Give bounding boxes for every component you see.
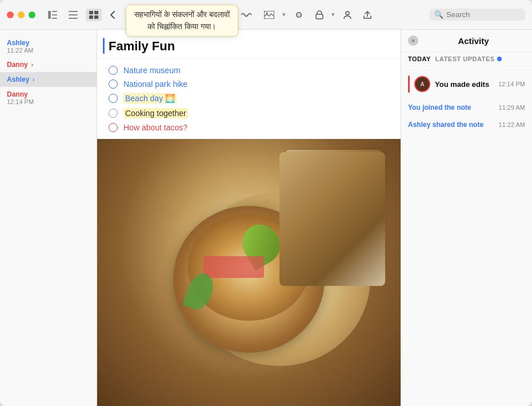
maximize-button[interactable] — [29, 11, 35, 18]
activity-sub-author-0: You — [408, 104, 421, 112]
wave-icon — [241, 11, 253, 19]
svg-rect-4 — [69, 11, 78, 12]
activity-red-bar — [408, 75, 410, 93]
checklist-text-4: How about tacos? — [123, 123, 187, 132]
checklist-item-3: Cooking together — [109, 108, 389, 118]
checklist: Nature museum National park hike Beach d… — [97, 59, 401, 139]
latest-updates-dot — [497, 57, 502, 61]
svg-rect-6 — [69, 18, 78, 19]
tab-latest-updates[interactable]: LATEST UPDATES — [435, 55, 502, 62]
list-view-button[interactable] — [65, 9, 81, 21]
activity-entry-main: A You made edits 12:14 PM — [408, 72, 525, 96]
sidebar-item-time-0: 11:22 AM — [7, 47, 90, 54]
svg-rect-8 — [94, 11, 98, 14]
back-icon — [110, 10, 115, 19]
checkbox-1[interactable] — [109, 79, 118, 89]
main-content: Ashley 11:22 AM Danny › Ashley › Danny 1… — [0, 30, 532, 406]
image-button[interactable] — [261, 9, 278, 21]
checklist-text-3: Cooking together — [123, 108, 188, 118]
checkbox-4[interactable] — [109, 123, 118, 132]
sidebar-item-3[interactable]: Danny 12:14 PM — [0, 87, 97, 109]
activity-tabs: TODAY LATEST UPDATES — [401, 52, 532, 66]
sidebar-item-1[interactable]: Danny › — [0, 57, 97, 72]
checkbox-2[interactable] — [109, 94, 118, 103]
activity-sub-text-1: Ashley shared the note — [408, 121, 483, 129]
search-icon: 🔍 — [434, 10, 443, 19]
food-photo — [97, 139, 401, 406]
note-title: Family Fun — [109, 39, 175, 53]
activity-sub-time-0: 11:29 AM — [499, 104, 525, 111]
link-button[interactable] — [290, 9, 307, 21]
activity-title: Activity — [422, 36, 525, 46]
activity-sub-text-0: You joined the note — [408, 104, 471, 112]
checklist-text-1: National park hike — [123, 79, 187, 89]
share-button[interactable] — [360, 8, 375, 22]
svg-rect-3 — [52, 18, 57, 19]
activity-close-button[interactable]: × — [408, 35, 418, 46]
checklist-text-2: Beach day 🌅 — [123, 93, 177, 104]
activity-sub-entry-0: You joined the note 11:29 AM — [408, 102, 525, 113]
sidebar-item-author-2: Ashley › — [7, 75, 90, 83]
checklist-item-1: National park hike — [109, 79, 389, 89]
titlebar: Aa — [0, 0, 532, 30]
back-button[interactable] — [106, 8, 119, 22]
checklist-item-4: How about tacos? — [109, 123, 389, 132]
note-body: Nature museum National park hike Beach d… — [97, 59, 401, 406]
note-editor: Family Fun Nature museum National park h… — [97, 30, 401, 406]
sidebar-item-2[interactable]: Ashley › — [0, 72, 97, 87]
wave-button[interactable] — [238, 9, 256, 21]
svg-rect-2 — [52, 14, 57, 15]
chevron-icon-1: › — [31, 62, 33, 68]
lock-dropdown-indicator: ▾ — [331, 11, 335, 18]
tab-latest-label: LATEST UPDATES — [435, 55, 495, 62]
annotation-text: सहभागियों के संकलनों और बदलावों को चिह्न… — [134, 10, 230, 31]
svg-rect-1 — [52, 11, 57, 12]
grid-icon — [89, 11, 98, 19]
sidebar-item-time-3: 12:14 PM — [7, 98, 90, 105]
close-icon: × — [411, 37, 415, 44]
lock-button[interactable] — [312, 8, 327, 22]
sidebar-item-0[interactable]: Ashley 11:22 AM — [0, 35, 97, 57]
activity-entry-label: You made edits — [435, 80, 489, 89]
chevron-icon-2: › — [33, 77, 34, 83]
activity-sub-action-0: joined the note — [422, 104, 471, 112]
close-button[interactable] — [7, 11, 14, 18]
search-input[interactable] — [446, 10, 521, 19]
activity-entry-text: You made edits — [435, 79, 494, 89]
tab-today[interactable]: TODAY — [408, 55, 431, 62]
activity-entry-time-0: 12:14 PM — [498, 81, 525, 87]
svg-rect-29 — [316, 14, 323, 19]
svg-rect-0 — [48, 11, 51, 19]
food-image-area — [97, 139, 401, 406]
svg-rect-5 — [69, 14, 78, 15]
lock-icon — [315, 10, 323, 19]
search-box: 🔍 — [430, 9, 525, 21]
activity-avatar: A — [414, 76, 430, 92]
activity-sub-action-1: shared the note — [433, 121, 483, 129]
share-icon — [363, 10, 371, 19]
checkbox-0[interactable] — [109, 66, 118, 75]
sidebar: Ashley 11:22 AM Danny › Ashley › Danny 1… — [0, 30, 97, 406]
link-icon — [294, 11, 304, 19]
activity-panel: × Activity TODAY LATEST UPDATES A You ma… — [401, 30, 532, 406]
checklist-item-2: Beach day 🌅 — [109, 93, 389, 104]
image-dropdown-indicator: ▾ — [282, 11, 286, 18]
checklist-text-0: Nature museum — [123, 66, 181, 75]
food-onions — [203, 256, 264, 277]
list-icon — [69, 11, 78, 19]
sidebar-icon — [48, 11, 57, 19]
person-icon — [343, 10, 352, 19]
food-bowl — [285, 150, 382, 267]
activity-sub-author-1: Ashley — [408, 121, 430, 129]
checkbox-3[interactable] — [109, 109, 118, 118]
grid-view-button[interactable] — [86, 9, 102, 21]
svg-rect-10 — [94, 15, 98, 19]
svg-rect-7 — [89, 11, 93, 14]
minimize-button[interactable] — [18, 11, 25, 18]
sidebar-item-author-1: Danny › — [7, 61, 90, 69]
activity-sub-time-1: 11:22 AM — [499, 121, 525, 128]
sidebar-item-author-3: Danny — [7, 90, 90, 98]
svg-point-30 — [346, 11, 349, 15]
collaborators-button[interactable] — [339, 8, 355, 22]
sidebar-toggle-button[interactable] — [45, 9, 61, 21]
